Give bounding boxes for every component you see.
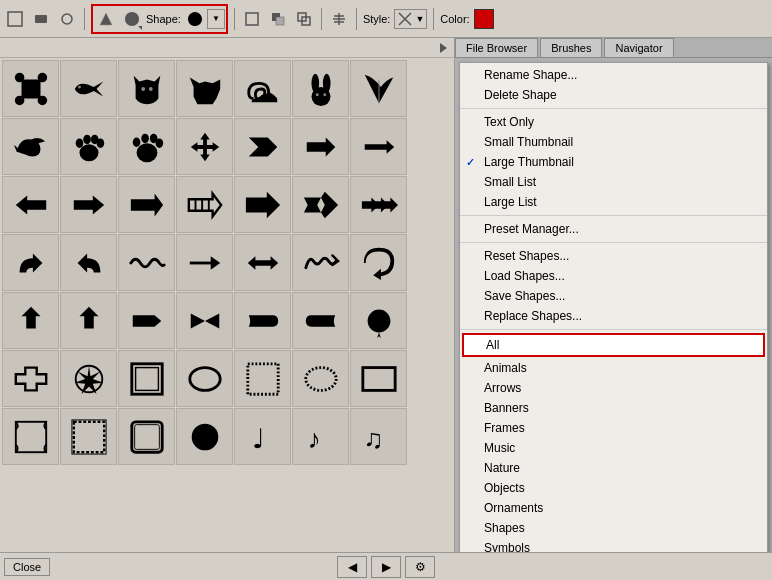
shape-arrow-turn-left[interactable]	[2, 292, 59, 349]
menu-all[interactable]: All	[462, 333, 765, 357]
nav-settings-btn[interactable]: ⚙	[405, 556, 435, 578]
shape-cat[interactable]	[118, 60, 175, 117]
shape-arrow-striped[interactable]	[176, 176, 233, 233]
tab-navigator[interactable]: Navigator	[604, 38, 673, 57]
shape-dropdown[interactable]: ▼	[207, 9, 225, 29]
menu-rename-shape[interactable]: Rename Shape...	[460, 65, 767, 85]
panel-collapse-arrow[interactable]	[440, 43, 450, 53]
shape-feather[interactable]	[350, 60, 407, 117]
menu-replace-shapes[interactable]: Replace Shapes...	[460, 306, 767, 326]
shape-ribbon[interactable]	[2, 350, 59, 407]
menu-small-thumbnail[interactable]: Small Thumbnail	[460, 132, 767, 152]
menu-nature[interactable]: Nature	[460, 458, 767, 478]
svg-point-29	[141, 133, 149, 143]
shape-arrow-triple[interactable]	[350, 176, 407, 233]
svg-point-18	[322, 73, 330, 92]
shape-oval1[interactable]	[176, 350, 233, 407]
menu-shapes[interactable]: Shapes	[460, 518, 767, 538]
shape-grid-container[interactable]: ♩ ♪ ♫	[0, 58, 454, 580]
tab-brushes[interactable]: Brushes	[540, 38, 602, 57]
shape-frame-deco1[interactable]	[2, 408, 59, 465]
shape-arrow-right-outline[interactable]	[292, 118, 349, 175]
shape-arrow-curved-right[interactable]	[60, 234, 117, 291]
shape-arrow-curl[interactable]	[350, 234, 407, 291]
nav-right-btn[interactable]: ▶	[371, 556, 401, 578]
menu-delete-shape[interactable]: Delete Shape	[460, 85, 767, 105]
shape-snail[interactable]	[234, 60, 291, 117]
shape-paw2[interactable]	[118, 118, 175, 175]
shape-starburst[interactable]	[60, 350, 117, 407]
shape-bone[interactable]	[2, 60, 59, 117]
shape-rabbit[interactable]	[292, 60, 349, 117]
shape-arrow-left-bold[interactable]	[2, 176, 59, 233]
shape-arrow-bold-right[interactable]	[234, 176, 291, 233]
menu-large-list[interactable]: Large List	[460, 192, 767, 212]
menu-music[interactable]: Music	[460, 438, 767, 458]
nav-left-btn[interactable]: ◀	[337, 556, 367, 578]
toolbar-btn-1[interactable]	[4, 8, 26, 30]
toolbar-btn-mode3[interactable]	[293, 8, 315, 30]
menu-banners[interactable]: Banners	[460, 398, 767, 418]
shape-arrow-double[interactable]	[234, 234, 291, 291]
shape-arrow-right-thin[interactable]	[350, 118, 407, 175]
toolbar-btn-2[interactable]	[30, 8, 52, 30]
shape-circle-fill[interactable]	[176, 408, 233, 465]
menu-objects[interactable]: Objects	[460, 478, 767, 498]
shape-oval2[interactable]	[292, 350, 349, 407]
menu-load-shapes[interactable]: Load Shapes...	[460, 266, 767, 286]
menu-arrows[interactable]: Arrows	[460, 378, 767, 398]
shape-arrow-curved-left[interactable]	[2, 234, 59, 291]
menu-preset-manager[interactable]: Preset Manager...	[460, 219, 767, 239]
shape-music1[interactable]: ♩	[234, 408, 291, 465]
shape-label-3[interactable]	[292, 292, 349, 349]
svg-rect-45	[73, 421, 103, 451]
shape-frame-rect[interactable]	[350, 350, 407, 407]
menu-reset-shapes[interactable]: Reset Shapes...	[460, 246, 767, 266]
tab-file-browser[interactable]: File Browser	[455, 38, 538, 57]
shape-dog[interactable]	[176, 60, 233, 117]
menu-animals[interactable]: Animals	[460, 358, 767, 378]
shape-arrow-bold-notched[interactable]	[292, 176, 349, 233]
shape-frame-deco3[interactable]	[118, 408, 175, 465]
shape-fish[interactable]	[60, 60, 117, 117]
menu-save-shapes[interactable]: Save Shapes...	[460, 286, 767, 306]
menu-frames[interactable]: Frames	[460, 418, 767, 438]
svg-point-26	[96, 138, 104, 148]
shape-label-2[interactable]	[234, 292, 291, 349]
shape-label-tag[interactable]	[118, 292, 175, 349]
toolbar-btn-align[interactable]	[328, 8, 350, 30]
shape-arrow-wide-right[interactable]	[118, 176, 175, 233]
shape-wavy[interactable]	[118, 234, 175, 291]
custom-shape-tool-button[interactable]	[120, 7, 144, 31]
svg-point-14	[141, 87, 145, 91]
menu-large-thumbnail[interactable]: ✓ Large Thumbnail	[460, 152, 767, 172]
shape-frame-square1[interactable]	[118, 350, 175, 407]
shape-arrow-turn-right[interactable]	[60, 292, 117, 349]
shape-frame-square2[interactable]	[234, 350, 291, 407]
style-selector[interactable]: ▼	[394, 9, 427, 29]
style-label: Style:	[363, 13, 391, 25]
shape-frame-deco2[interactable]	[60, 408, 117, 465]
color-swatch[interactable]	[474, 9, 494, 29]
shape-arrow-line[interactable]	[176, 234, 233, 291]
close-button[interactable]: Close	[4, 558, 50, 576]
shape-arrow-right-bold[interactable]	[60, 176, 117, 233]
shape-bowtie[interactable]	[176, 292, 233, 349]
menu-small-list[interactable]: Small List	[460, 172, 767, 192]
shape-badge[interactable]	[350, 292, 407, 349]
shape-music3[interactable]: ♫	[350, 408, 407, 465]
shape-squiggle[interactable]	[292, 234, 349, 291]
shape-music2[interactable]: ♪	[292, 408, 349, 465]
toolbar-btn-mode1[interactable]	[241, 8, 263, 30]
toolbar-btn-mode2[interactable]	[267, 8, 289, 30]
svg-point-23	[75, 138, 83, 148]
svg-point-49	[191, 423, 218, 450]
shape-chevron-right[interactable]	[234, 118, 291, 175]
shape-arrow-multi[interactable]	[176, 118, 233, 175]
shape-tool-button[interactable]	[94, 7, 118, 31]
shape-paw1[interactable]	[60, 118, 117, 175]
menu-text-only[interactable]: Text Only	[460, 112, 767, 132]
toolbar-btn-3[interactable]	[56, 8, 78, 30]
shape-bird[interactable]	[2, 118, 59, 175]
menu-ornaments[interactable]: Ornaments	[460, 498, 767, 518]
